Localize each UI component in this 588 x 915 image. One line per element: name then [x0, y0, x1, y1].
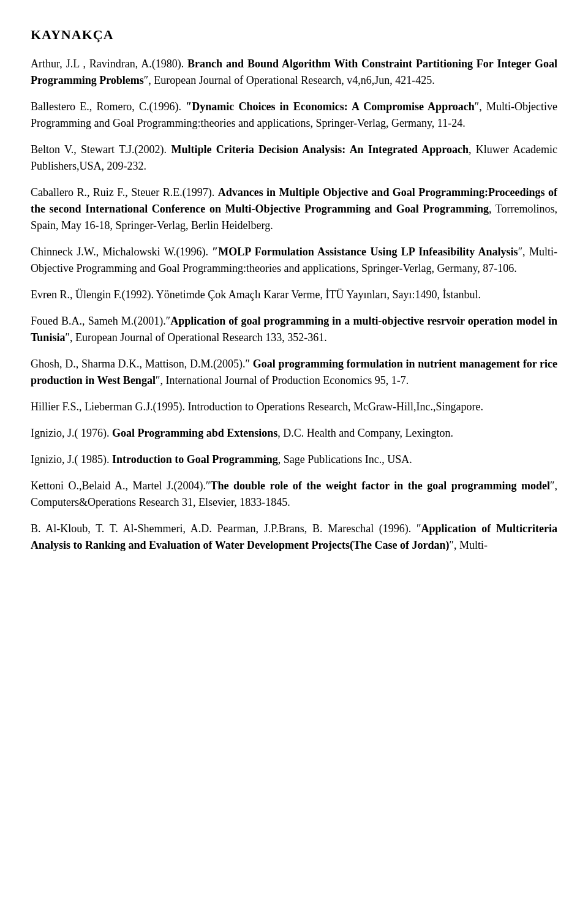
reference-item: Ignizio, J.( 1985). Introduction to Goal… [31, 451, 557, 468]
reference-item: Ghosh, D., Sharma D.K., Mattison, D.M.(2… [31, 356, 557, 389]
reference-item: Kettoni O.,Belaid A., Martel J.(2004).″T… [31, 478, 557, 511]
reference-item: Ignizio, J.( 1976). Goal Programming abd… [31, 425, 557, 442]
reference-item: Hillier F.S., Lieberman G.J.(1995). Intr… [31, 399, 557, 415]
reference-item: Ballestero E., Romero, C.(1996). ″Dynami… [31, 99, 557, 132]
reference-item: B. Al-Kloub, T. T. Al-Shemmeri, A.D. Pea… [31, 521, 557, 554]
reference-item: Foued B.A., Sameh M.(2001).″Application … [31, 313, 557, 346]
reference-item: Arthur, J.L , Ravindran, A.(1980). Branc… [31, 56, 557, 89]
reference-item: Caballero R., Ruiz F., Steuer R.E.(1997)… [31, 184, 557, 234]
references-container: Arthur, J.L , Ravindran, A.(1980). Branc… [31, 56, 557, 554]
section-title: KAYNAKÇA [31, 24, 557, 45]
reference-item: Evren R., Ülengin F.(1992). Yönetimde Ço… [31, 287, 557, 303]
reference-item: Chinneck J.W., Michalowski W.(1996). ″MO… [31, 244, 557, 277]
reference-item: Belton V., Stewart T.J.(2002). Multiple … [31, 141, 557, 175]
